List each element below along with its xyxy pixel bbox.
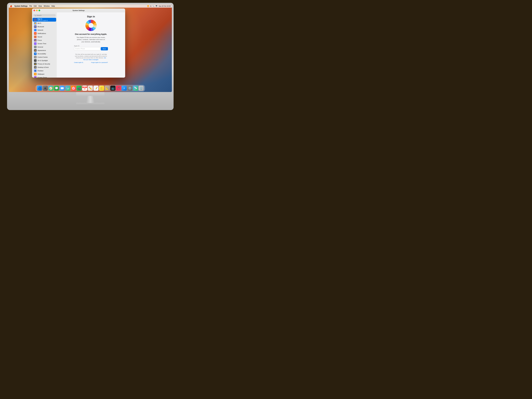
imac-stand-base: [76, 103, 104, 106]
datetime-display: Sun 22 Oct 10:20: [158, 5, 171, 7]
dock-item-systemsettings[interactable]: ⚙️: [127, 86, 132, 91]
sidebar-item-accessibility[interactable]: ♿ Accessibility: [33, 52, 56, 56]
input-source-icon[interactable]: A: [150, 5, 151, 7]
sidebar-item-appearance[interactable]: 🎨 Appearance: [33, 49, 56, 52]
menu-file[interactable]: File: [29, 5, 32, 7]
sound-label: Sound: [38, 36, 42, 38]
wifi-menubar-icon[interactable]: 📶: [147, 5, 149, 7]
screentime-label: Screen Time: [38, 43, 46, 44]
sidebar-item-wifi[interactable]: 📶 Wi-Fi: [33, 22, 56, 25]
sidebar-item-siri[interactable]: 🎤 Siri & Spotlight: [33, 59, 56, 62]
dock-item-mail[interactable]: ✉️: [60, 86, 65, 91]
appleid-label: Apple ID: [74, 45, 108, 47]
dock-item-facetime[interactable]: 📹: [76, 86, 82, 91]
controlcentre-icon: 🎛: [34, 56, 37, 58]
create-apple-id-link[interactable]: Create Apple ID...: [74, 62, 84, 63]
privacy-label: Privacy & Security: [38, 63, 50, 65]
sidebar-item-controlcentre[interactable]: 🎛 Control Centre: [33, 56, 56, 59]
network-label: Network: [38, 29, 43, 31]
appleid-input-container: Apple ID Email or Phone Next: [74, 45, 108, 51]
focus-icon: 🌙: [34, 39, 37, 41]
search-menubar-icon[interactable]: 🔍: [152, 5, 154, 7]
apple-menu-icon[interactable]: 🍎: [10, 5, 12, 7]
displays-icon: 📺: [34, 70, 37, 72]
dock-item-appletv[interactable]: 📺: [110, 86, 115, 91]
maximize-button[interactable]: [38, 10, 40, 11]
dock-item-trash[interactable]: 🗑️: [139, 86, 144, 91]
notifications-icon: 🔔: [34, 32, 37, 35]
sidebar-item-displays[interactable]: 📺 Displays: [33, 69, 56, 72]
sidebar-item-focus[interactable]: 🌙 Focus: [33, 38, 56, 42]
siri-label: Siri & Spotlight: [38, 60, 48, 61]
sidebar-item-privacy[interactable]: 🔒 Privacy & Security: [33, 62, 56, 66]
network-icon: 🌐: [34, 29, 37, 31]
dock-item-airdrop[interactable]: 📡: [133, 86, 138, 91]
titlebar: System Settings: [32, 8, 125, 13]
appleid-input-field[interactable]: Email or Phone: [74, 47, 100, 50]
close-button[interactable]: [33, 10, 35, 11]
sidebar: 🔍 👤 Sign in with your Apple ID: [32, 13, 57, 78]
forgot-apple-id-link[interactable]: Forgot Apple ID or password?: [91, 62, 108, 63]
apple-id-icon: 👤: [34, 19, 37, 21]
search-input[interactable]: [37, 14, 54, 16]
menu-view[interactable]: View: [38, 5, 42, 7]
menu-window[interactable]: Window: [44, 5, 50, 7]
dock-item-music[interactable]: 🎵: [116, 86, 121, 91]
apple-logo-graphic: [85, 20, 97, 31]
dock-item-maps[interactable]: 🗺️: [65, 86, 70, 91]
dock-item-notes[interactable]: 📒: [99, 86, 104, 91]
siri-icon: 🎤: [34, 59, 37, 62]
dock-item-finder[interactable]: 🔵: [37, 86, 42, 91]
dock-item-messages[interactable]: 💬: [54, 86, 59, 91]
menu-edit[interactable]: Edit: [34, 5, 37, 7]
appearance-icon: 🎨: [34, 49, 37, 52]
dock-item-appstore[interactable]: A: [122, 86, 127, 91]
menu-help[interactable]: Help: [51, 5, 55, 7]
menubar: 🍎 System Settings File Edit View Window …: [9, 5, 172, 8]
wifi-icon: 📶: [34, 22, 37, 25]
search-box[interactable]: 🔍: [33, 14, 56, 17]
input-field-row: Email or Phone Next: [74, 47, 108, 50]
wallpaper-icon: 🖼: [34, 73, 37, 75]
menubar-left: 🍎 System Settings File Edit View Window …: [10, 5, 55, 7]
imac-stand-neck: [86, 96, 95, 103]
window-content: 🔍 👤 Sign in with your Apple ID: [32, 13, 125, 78]
sidebar-item-network[interactable]: 🌐 Network: [33, 28, 56, 32]
general-icon: ⚙️: [34, 46, 37, 48]
sidebar-item-screentime[interactable]: ⏱ Screen Time: [33, 42, 56, 45]
sidebar-item-desktop[interactable]: 🖥 Desktop & Dock: [33, 66, 56, 69]
dock-item-launchpad[interactable]: ⊞: [43, 86, 48, 91]
signin-note-text: This Mac will be associated with your Ap…: [75, 54, 107, 58]
desktop-background: 🍎 System Settings File Edit View Window …: [9, 5, 172, 92]
dock-item-safari[interactable]: 🧭: [48, 86, 53, 91]
screen-menubar-icon[interactable]: 🖥️: [156, 5, 158, 7]
sidebar-item-wallpaper[interactable]: 🖼 Wallpaper: [33, 72, 56, 76]
sidebar-item-notifications[interactable]: 🔔 Notifications: [33, 32, 56, 35]
accessibility-label: Accessibility: [38, 53, 46, 55]
next-button[interactable]: Next: [101, 47, 108, 50]
apple-id-label-group: Sign in with your Apple ID: [38, 18, 48, 21]
sidebar-item-screensaver[interactable]: 💤 Screen Saver: [33, 76, 56, 78]
bluetooth-label: Bluetooth: [38, 26, 44, 27]
bluetooth-icon: BT: [34, 25, 37, 28]
appearance-label: Appearance: [38, 50, 46, 51]
dock-item-reminders[interactable]: 📝: [93, 86, 99, 91]
screensaver-icon: 💤: [34, 76, 37, 78]
notifications-label: Notifications: [38, 33, 46, 34]
dock-item-photos[interactable]: 🌸: [71, 86, 76, 91]
menubar-right: 📶 A 🔍 🖥️ Sun 22 Oct 10:20: [147, 5, 171, 7]
signin-panel: Sign in One account for everything Apple…: [57, 13, 125, 78]
sidebar-item-general[interactable]: ⚙️ General: [33, 45, 56, 49]
minimize-button[interactable]: [36, 10, 38, 11]
dock-item-freeform2[interactable]: 📐: [105, 86, 110, 91]
sidebar-item-apple-id[interactable]: 👤 Sign in with your Apple ID: [33, 18, 56, 22]
sidebar-item-sound[interactable]: 🔊 Sound: [33, 35, 56, 38]
signin-label: Sign in: [38, 18, 48, 20]
dock-item-calendar[interactable]: OCT 22: [82, 86, 87, 91]
apple-dots-circle: [85, 20, 97, 31]
dock-item-freeform[interactable]: ✏️: [88, 86, 93, 91]
signin-headline: One account for everything Apple.: [75, 33, 107, 35]
wallpaper-label: Wallpaper: [38, 73, 44, 75]
privacy-icon: 🔒: [34, 63, 37, 65]
sidebar-item-bluetooth[interactable]: BT Bluetooth: [33, 25, 56, 28]
